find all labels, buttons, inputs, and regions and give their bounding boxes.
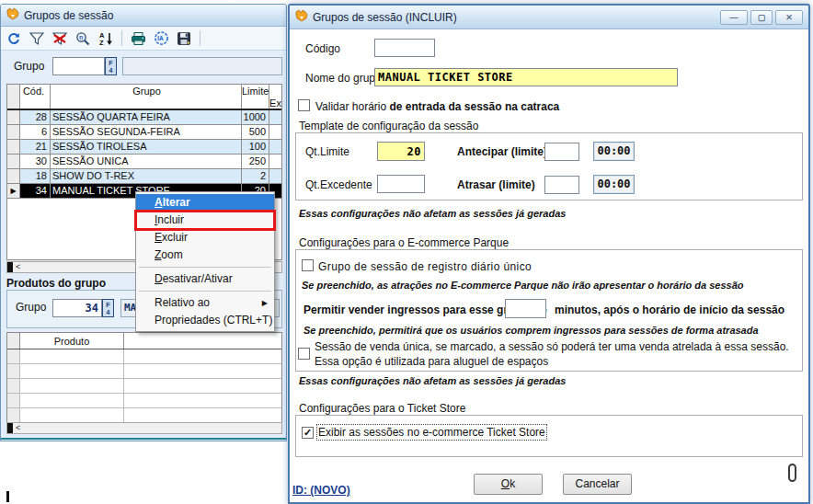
empty-product-row (7, 349, 281, 364)
template-group-title: Template de configuração da sessão (299, 120, 478, 132)
qt-excedente-input[interactable] (377, 175, 425, 193)
col-header-excedente[interactable]: Ex (269, 85, 281, 109)
atrasar-time-display[interactable]: 00:00 (593, 175, 635, 194)
print-button[interactable] (129, 29, 147, 48)
scrollbar-thumb[interactable] (7, 262, 13, 272)
include-dialog: Grupos de sessão (INCLUIR) — ▢ ✕ Código … (288, 4, 810, 504)
products-horizontal-scrollbar[interactable]: < (6, 422, 282, 434)
antecipar-limite-label: Antecipar (limite) (457, 145, 547, 158)
menu-separator (136, 264, 274, 270)
minimize-button[interactable]: — (720, 10, 748, 25)
menu-item-desativar-ativar[interactable]: Desativar/Ativar (136, 270, 274, 288)
registro-note: Se preenchido, as atrações no E-commerce… (302, 280, 744, 291)
groups-window-titlebar[interactable]: Grupos de sessão (1, 5, 286, 27)
qt-excedente-label: Qt.Excedente (305, 178, 372, 191)
ticketstore-group-title: Configurações para o Ticket Store (299, 402, 465, 415)
venda-unica-checkbox[interactable] (298, 348, 310, 360)
table-row[interactable]: 30SESSÃO UNICA250 (7, 155, 281, 169)
menu-separator (136, 288, 274, 294)
nome-do-grupo-label: Nome do grupo (305, 72, 382, 85)
empty-product-row (7, 394, 281, 408)
table-row[interactable]: 18SHOW DO T-REX2 (7, 169, 281, 184)
antecipar-input[interactable] (544, 143, 579, 161)
ok-button[interactable]: Ok (474, 474, 543, 495)
ia-badge-button[interactable]: IA (152, 29, 170, 48)
qt-limite-input[interactable] (377, 142, 425, 161)
mouse-cursor (788, 464, 796, 482)
menu-item-relativo-ao[interactable]: Relativo ao▶ (136, 294, 274, 312)
red-highlight-annotation (134, 210, 276, 231)
permitir-note: Se preenchido, permitirá que os usuários… (303, 325, 759, 336)
group-filter-input[interactable] (52, 57, 105, 75)
maximize-button[interactable]: ▢ (750, 10, 773, 25)
exibir-sessoes-label: Exibir as sessões no e-commerce Ticket S… (318, 426, 545, 439)
id-novo-link[interactable]: ID: (NOVO) (292, 484, 350, 497)
app-fox-icon (295, 9, 308, 25)
svg-text:n: n (79, 34, 83, 40)
refresh-button[interactable] (5, 29, 23, 48)
scrollbar-thumb[interactable] (7, 423, 13, 433)
menu-item-excluir[interactable]: Excluir (136, 229, 274, 246)
registro-diario-label: Grupo de sessão de registro diário único (318, 260, 532, 273)
empty-product-row (7, 408, 281, 423)
antecipar-time-display[interactable]: 00:00 (593, 142, 635, 161)
svg-text:IA: IA (157, 35, 164, 41)
atrasar-input[interactable] (544, 176, 579, 194)
dialog-title: Grupos de sessão (INCLUIR) (313, 11, 457, 24)
products-section-label: Produtos do grupo (6, 277, 106, 290)
submenu-arrow-icon: ▶ (262, 294, 268, 312)
cancel-button[interactable]: Cancelar (563, 474, 632, 495)
toolbar-separator (200, 30, 200, 46)
table-row[interactable]: 28SESSÃO QUARTA FEIRA1000 (7, 110, 281, 125)
empty-product-row (7, 379, 281, 394)
empty-product-row (7, 364, 281, 379)
group-filter-f4-button[interactable]: F4 (105, 57, 117, 75)
ecommerce-note: Essas configurações não afetam as sessõe… (299, 375, 566, 386)
window-title: Grupos de sessão (24, 9, 113, 22)
products-group-f4-button[interactable]: F4 (102, 299, 114, 317)
codigo-input[interactable] (374, 39, 435, 57)
group-filter-label: Grupo (14, 60, 44, 73)
permitir-vender-label-after: minutos, após o horário de início da ses… (555, 304, 784, 316)
menu-item-propriedades[interactable]: Propriedades (CTRL+T) (136, 312, 274, 329)
grid-header-row: Cód. Grupo Limite Ex (7, 85, 281, 110)
close-button[interactable]: ✕ (775, 10, 803, 25)
app-fox-icon (6, 7, 19, 23)
save-button[interactable] (175, 29, 193, 48)
registro-diario-checkbox[interactable] (302, 259, 314, 271)
col-header-produto[interactable]: Produto (20, 333, 124, 349)
venda-unica-label-line2: Essa opção é utilizada para aluguel de e… (315, 355, 548, 368)
scroll-left-arrow[interactable]: < (16, 423, 20, 433)
products-group-input[interactable] (52, 299, 102, 317)
exibir-sessoes-checkbox[interactable]: ✓ (302, 427, 314, 439)
atrasar-limite-label: Atrasar (limite) (457, 178, 535, 191)
dialog-titlebar[interactable]: Grupos de sessão (INCLUIR) — ▢ ✕ (290, 6, 808, 29)
find-button[interactable]: n (74, 29, 92, 48)
scroll-left-arrow[interactable]: < (16, 262, 20, 272)
row-selector-arrow: ▶ (7, 184, 20, 198)
filter-button[interactable] (28, 29, 46, 48)
validar-horario-checkbox[interactable] (298, 99, 310, 111)
groups-toolbar: n AZ IA (1, 27, 286, 51)
venda-unica-label-line1: Sessão de venda única, se marcado, a ses… (315, 340, 789, 353)
text-cursor-mark (6, 491, 9, 502)
context-menu: Alterar Incluir Excluir Zoom Desativar/A… (135, 191, 275, 332)
table-row[interactable]: 6SESSÃO SEGUNDA-FEIRA500 (7, 125, 281, 140)
template-note: Essas configurações não afetam as sessõe… (299, 208, 566, 219)
nome-do-grupo-input[interactable] (374, 68, 678, 86)
table-row[interactable]: 21SESSÃO TIROLESA100 (7, 140, 281, 155)
col-header-cod[interactable]: Cód. (20, 85, 51, 109)
col-header-limite[interactable]: Limite (242, 85, 269, 109)
ecommerce-group-title: Configurações para o E-commerce Parque (299, 236, 509, 249)
sort-button[interactable]: AZ (97, 29, 115, 48)
col-header-grupo[interactable]: Grupo (51, 85, 242, 109)
group-filter-description (122, 57, 282, 75)
permitir-minutos-input[interactable] (505, 299, 546, 318)
clear-filter-button[interactable] (51, 29, 69, 48)
qt-limite-label: Qt.Limite (305, 145, 349, 158)
validar-horario-label: Validar horário de entrada da sessão na … (315, 100, 559, 113)
products-group-label: Grupo (16, 301, 46, 314)
codigo-label: Código (305, 42, 340, 55)
menu-item-zoom[interactable]: Zoom (136, 246, 274, 264)
window-bottom-edge (1, 438, 286, 440)
